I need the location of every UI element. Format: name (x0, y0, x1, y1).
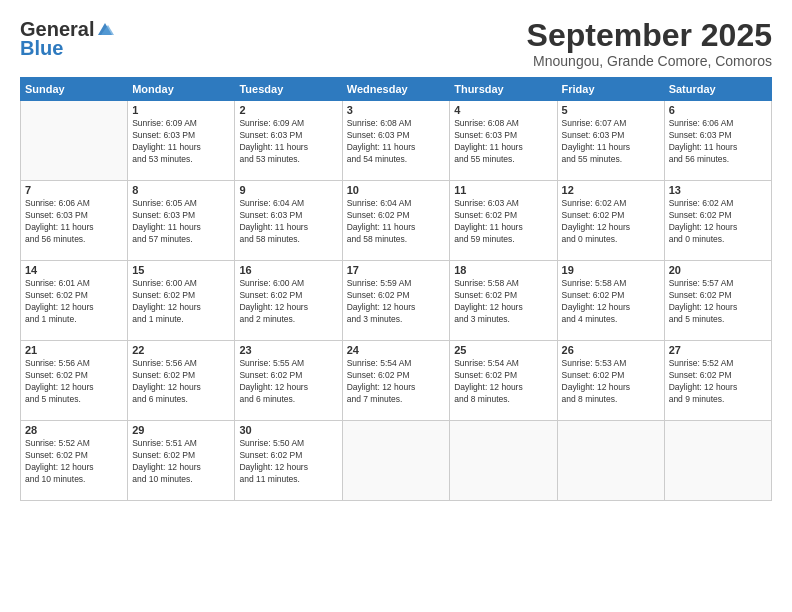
location: Mnoungou, Grande Comore, Comoros (527, 53, 772, 69)
calendar-cell (557, 421, 664, 501)
day-info: Sunrise: 6:01 AM Sunset: 6:02 PM Dayligh… (25, 278, 123, 326)
col-friday: Friday (557, 78, 664, 101)
calendar-cell: 13Sunrise: 6:02 AM Sunset: 6:02 PM Dayli… (664, 181, 771, 261)
day-number: 14 (25, 264, 123, 276)
calendar-week-1: 1Sunrise: 6:09 AM Sunset: 6:03 PM Daylig… (21, 101, 772, 181)
day-number: 9 (239, 184, 337, 196)
calendar-cell: 27Sunrise: 5:52 AM Sunset: 6:02 PM Dayli… (664, 341, 771, 421)
calendar-cell: 19Sunrise: 5:58 AM Sunset: 6:02 PM Dayli… (557, 261, 664, 341)
calendar-header-row: Sunday Monday Tuesday Wednesday Thursday… (21, 78, 772, 101)
calendar-cell: 4Sunrise: 6:08 AM Sunset: 6:03 PM Daylig… (450, 101, 557, 181)
day-info: Sunrise: 6:00 AM Sunset: 6:02 PM Dayligh… (239, 278, 337, 326)
day-number: 8 (132, 184, 230, 196)
day-number: 21 (25, 344, 123, 356)
day-number: 22 (132, 344, 230, 356)
col-sunday: Sunday (21, 78, 128, 101)
day-number: 26 (562, 344, 660, 356)
day-number: 4 (454, 104, 552, 116)
day-number: 27 (669, 344, 767, 356)
day-number: 23 (239, 344, 337, 356)
col-wednesday: Wednesday (342, 78, 449, 101)
day-info: Sunrise: 6:07 AM Sunset: 6:03 PM Dayligh… (562, 118, 660, 166)
day-number: 6 (669, 104, 767, 116)
day-info: Sunrise: 6:04 AM Sunset: 6:03 PM Dayligh… (239, 198, 337, 246)
day-number: 10 (347, 184, 445, 196)
day-number: 11 (454, 184, 552, 196)
calendar-cell: 3Sunrise: 6:08 AM Sunset: 6:03 PM Daylig… (342, 101, 449, 181)
day-number: 30 (239, 424, 337, 436)
calendar-cell: 18Sunrise: 5:58 AM Sunset: 6:02 PM Dayli… (450, 261, 557, 341)
calendar-cell: 20Sunrise: 5:57 AM Sunset: 6:02 PM Dayli… (664, 261, 771, 341)
day-info: Sunrise: 5:50 AM Sunset: 6:02 PM Dayligh… (239, 438, 337, 486)
day-info: Sunrise: 6:05 AM Sunset: 6:03 PM Dayligh… (132, 198, 230, 246)
day-number: 24 (347, 344, 445, 356)
calendar-cell: 9Sunrise: 6:04 AM Sunset: 6:03 PM Daylig… (235, 181, 342, 261)
calendar-cell (342, 421, 449, 501)
month-title: September 2025 (527, 18, 772, 53)
day-info: Sunrise: 6:04 AM Sunset: 6:02 PM Dayligh… (347, 198, 445, 246)
day-number: 20 (669, 264, 767, 276)
calendar-cell: 15Sunrise: 6:00 AM Sunset: 6:02 PM Dayli… (128, 261, 235, 341)
calendar-week-4: 21Sunrise: 5:56 AM Sunset: 6:02 PM Dayli… (21, 341, 772, 421)
logo-icon (96, 21, 114, 39)
calendar-cell: 11Sunrise: 6:03 AM Sunset: 6:02 PM Dayli… (450, 181, 557, 261)
day-info: Sunrise: 6:06 AM Sunset: 6:03 PM Dayligh… (669, 118, 767, 166)
calendar-cell: 22Sunrise: 5:56 AM Sunset: 6:02 PM Dayli… (128, 341, 235, 421)
calendar-cell: 7Sunrise: 6:06 AM Sunset: 6:03 PM Daylig… (21, 181, 128, 261)
day-info: Sunrise: 6:06 AM Sunset: 6:03 PM Dayligh… (25, 198, 123, 246)
calendar-cell: 5Sunrise: 6:07 AM Sunset: 6:03 PM Daylig… (557, 101, 664, 181)
calendar-week-3: 14Sunrise: 6:01 AM Sunset: 6:02 PM Dayli… (21, 261, 772, 341)
day-info: Sunrise: 6:02 AM Sunset: 6:02 PM Dayligh… (562, 198, 660, 246)
day-number: 1 (132, 104, 230, 116)
calendar-cell: 23Sunrise: 5:55 AM Sunset: 6:02 PM Dayli… (235, 341, 342, 421)
day-info: Sunrise: 5:51 AM Sunset: 6:02 PM Dayligh… (132, 438, 230, 486)
day-info: Sunrise: 5:58 AM Sunset: 6:02 PM Dayligh… (562, 278, 660, 326)
day-number: 15 (132, 264, 230, 276)
calendar-cell: 30Sunrise: 5:50 AM Sunset: 6:02 PM Dayli… (235, 421, 342, 501)
day-number: 28 (25, 424, 123, 436)
day-info: Sunrise: 6:09 AM Sunset: 6:03 PM Dayligh… (132, 118, 230, 166)
calendar-cell (21, 101, 128, 181)
calendar-cell: 17Sunrise: 5:59 AM Sunset: 6:02 PM Dayli… (342, 261, 449, 341)
day-info: Sunrise: 5:54 AM Sunset: 6:02 PM Dayligh… (347, 358, 445, 406)
calendar-cell: 24Sunrise: 5:54 AM Sunset: 6:02 PM Dayli… (342, 341, 449, 421)
day-info: Sunrise: 6:03 AM Sunset: 6:02 PM Dayligh… (454, 198, 552, 246)
day-number: 25 (454, 344, 552, 356)
logo-blue: Blue (20, 37, 63, 60)
calendar-cell: 21Sunrise: 5:56 AM Sunset: 6:02 PM Dayli… (21, 341, 128, 421)
day-info: Sunrise: 6:08 AM Sunset: 6:03 PM Dayligh… (454, 118, 552, 166)
calendar-cell: 10Sunrise: 6:04 AM Sunset: 6:02 PM Dayli… (342, 181, 449, 261)
day-info: Sunrise: 5:54 AM Sunset: 6:02 PM Dayligh… (454, 358, 552, 406)
calendar-table: Sunday Monday Tuesday Wednesday Thursday… (20, 77, 772, 501)
day-number: 2 (239, 104, 337, 116)
calendar-cell: 28Sunrise: 5:52 AM Sunset: 6:02 PM Dayli… (21, 421, 128, 501)
day-number: 13 (669, 184, 767, 196)
calendar-week-2: 7Sunrise: 6:06 AM Sunset: 6:03 PM Daylig… (21, 181, 772, 261)
day-number: 29 (132, 424, 230, 436)
calendar-cell: 12Sunrise: 6:02 AM Sunset: 6:02 PM Dayli… (557, 181, 664, 261)
day-info: Sunrise: 5:53 AM Sunset: 6:02 PM Dayligh… (562, 358, 660, 406)
day-info: Sunrise: 5:52 AM Sunset: 6:02 PM Dayligh… (25, 438, 123, 486)
col-monday: Monday (128, 78, 235, 101)
day-number: 18 (454, 264, 552, 276)
day-info: Sunrise: 5:52 AM Sunset: 6:02 PM Dayligh… (669, 358, 767, 406)
calendar-cell (664, 421, 771, 501)
day-number: 3 (347, 104, 445, 116)
calendar-cell: 25Sunrise: 5:54 AM Sunset: 6:02 PM Dayli… (450, 341, 557, 421)
col-thursday: Thursday (450, 78, 557, 101)
day-info: Sunrise: 5:56 AM Sunset: 6:02 PM Dayligh… (132, 358, 230, 406)
calendar-cell: 1Sunrise: 6:09 AM Sunset: 6:03 PM Daylig… (128, 101, 235, 181)
day-info: Sunrise: 6:00 AM Sunset: 6:02 PM Dayligh… (132, 278, 230, 326)
day-info: Sunrise: 5:55 AM Sunset: 6:02 PM Dayligh… (239, 358, 337, 406)
calendar-week-5: 28Sunrise: 5:52 AM Sunset: 6:02 PM Dayli… (21, 421, 772, 501)
calendar-cell: 26Sunrise: 5:53 AM Sunset: 6:02 PM Dayli… (557, 341, 664, 421)
calendar-cell (450, 421, 557, 501)
day-info: Sunrise: 5:58 AM Sunset: 6:02 PM Dayligh… (454, 278, 552, 326)
day-number: 16 (239, 264, 337, 276)
day-info: Sunrise: 6:09 AM Sunset: 6:03 PM Dayligh… (239, 118, 337, 166)
day-number: 17 (347, 264, 445, 276)
day-info: Sunrise: 6:08 AM Sunset: 6:03 PM Dayligh… (347, 118, 445, 166)
day-number: 7 (25, 184, 123, 196)
day-info: Sunrise: 5:59 AM Sunset: 6:02 PM Dayligh… (347, 278, 445, 326)
col-saturday: Saturday (664, 78, 771, 101)
